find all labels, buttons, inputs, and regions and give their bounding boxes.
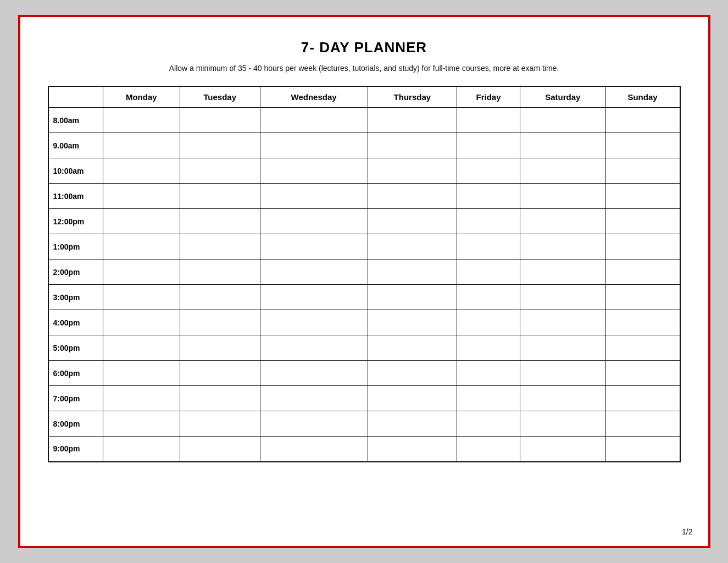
schedule-cell[interactable] bbox=[368, 209, 457, 234]
schedule-cell[interactable] bbox=[180, 386, 260, 411]
schedule-cell[interactable] bbox=[180, 209, 260, 234]
schedule-cell[interactable] bbox=[520, 158, 605, 184]
schedule-cell[interactable] bbox=[368, 310, 457, 335]
schedule-cell[interactable] bbox=[520, 209, 605, 234]
schedule-cell[interactable] bbox=[457, 108, 520, 133]
schedule-cell[interactable] bbox=[260, 335, 368, 361]
schedule-cell[interactable] bbox=[605, 133, 680, 158]
schedule-cell[interactable] bbox=[457, 133, 520, 158]
schedule-cell[interactable] bbox=[457, 158, 520, 184]
schedule-cell[interactable] bbox=[180, 361, 260, 386]
schedule-cell[interactable] bbox=[457, 386, 520, 411]
schedule-cell[interactable] bbox=[520, 285, 605, 310]
schedule-cell[interactable] bbox=[368, 184, 457, 209]
schedule-cell[interactable] bbox=[180, 133, 260, 158]
schedule-cell[interactable] bbox=[180, 158, 260, 184]
page-number: 1/2 bbox=[682, 527, 692, 536]
schedule-cell[interactable] bbox=[605, 310, 680, 335]
schedule-cell[interactable] bbox=[520, 411, 605, 437]
schedule-cell[interactable] bbox=[605, 108, 680, 133]
schedule-cell[interactable] bbox=[260, 234, 368, 260]
schedule-cell[interactable] bbox=[520, 133, 605, 158]
schedule-cell[interactable] bbox=[368, 133, 457, 158]
schedule-cell[interactable] bbox=[260, 285, 368, 310]
schedule-cell[interactable] bbox=[368, 108, 457, 133]
schedule-cell[interactable] bbox=[457, 335, 520, 361]
schedule-cell[interactable] bbox=[180, 184, 260, 209]
schedule-cell[interactable] bbox=[368, 411, 457, 437]
schedule-cell[interactable] bbox=[260, 158, 368, 184]
schedule-cell[interactable] bbox=[368, 285, 457, 310]
schedule-cell[interactable] bbox=[605, 361, 680, 386]
schedule-cell[interactable] bbox=[368, 158, 457, 184]
schedule-cell[interactable] bbox=[103, 437, 180, 462]
schedule-cell[interactable] bbox=[368, 335, 457, 361]
schedule-cell[interactable] bbox=[457, 361, 520, 386]
schedule-cell[interactable] bbox=[260, 133, 368, 158]
schedule-cell[interactable] bbox=[457, 184, 520, 209]
schedule-cell[interactable] bbox=[520, 234, 605, 260]
schedule-cell[interactable] bbox=[180, 411, 260, 437]
schedule-cell[interactable] bbox=[180, 437, 260, 462]
schedule-cell[interactable] bbox=[260, 108, 368, 133]
schedule-cell[interactable] bbox=[103, 361, 180, 386]
schedule-cell[interactable] bbox=[180, 260, 260, 285]
schedule-cell[interactable] bbox=[103, 335, 180, 361]
schedule-cell[interactable] bbox=[520, 335, 605, 361]
schedule-cell[interactable] bbox=[180, 285, 260, 310]
schedule-cell[interactable] bbox=[520, 386, 605, 411]
schedule-cell[interactable] bbox=[605, 411, 680, 437]
schedule-cell[interactable] bbox=[103, 133, 180, 158]
schedule-cell[interactable] bbox=[260, 437, 368, 462]
schedule-cell[interactable] bbox=[520, 310, 605, 335]
schedule-cell[interactable] bbox=[103, 260, 180, 285]
schedule-cell[interactable] bbox=[605, 260, 680, 285]
schedule-cell[interactable] bbox=[260, 411, 368, 437]
schedule-cell[interactable] bbox=[457, 310, 520, 335]
schedule-cell[interactable] bbox=[260, 310, 368, 335]
schedule-cell[interactable] bbox=[103, 158, 180, 184]
schedule-cell[interactable] bbox=[520, 361, 605, 386]
schedule-cell[interactable] bbox=[605, 209, 680, 234]
schedule-cell[interactable] bbox=[520, 108, 605, 133]
schedule-cell[interactable] bbox=[457, 285, 520, 310]
schedule-cell[interactable] bbox=[605, 386, 680, 411]
schedule-cell[interactable] bbox=[520, 184, 605, 209]
schedule-cell[interactable] bbox=[368, 386, 457, 411]
schedule-cell[interactable] bbox=[605, 335, 680, 361]
schedule-cell[interactable] bbox=[103, 285, 180, 310]
schedule-cell[interactable] bbox=[103, 386, 180, 411]
schedule-cell[interactable] bbox=[457, 411, 520, 437]
schedule-cell[interactable] bbox=[260, 184, 368, 209]
schedule-cell[interactable] bbox=[605, 158, 680, 184]
schedule-cell[interactable] bbox=[103, 108, 180, 133]
schedule-cell[interactable] bbox=[368, 437, 457, 462]
schedule-cell[interactable] bbox=[103, 310, 180, 335]
schedule-cell[interactable] bbox=[520, 260, 605, 285]
schedule-cell[interactable] bbox=[180, 310, 260, 335]
schedule-cell[interactable] bbox=[260, 260, 368, 285]
schedule-cell[interactable] bbox=[260, 361, 368, 386]
schedule-cell[interactable] bbox=[457, 234, 520, 260]
schedule-cell[interactable] bbox=[180, 108, 260, 133]
schedule-cell[interactable] bbox=[368, 260, 457, 285]
schedule-cell[interactable] bbox=[368, 234, 457, 260]
schedule-cell[interactable] bbox=[605, 234, 680, 260]
schedule-cell[interactable] bbox=[260, 209, 368, 234]
schedule-cell[interactable] bbox=[103, 411, 180, 437]
schedule-cell[interactable] bbox=[605, 184, 680, 209]
schedule-cell[interactable] bbox=[180, 234, 260, 260]
schedule-cell[interactable] bbox=[457, 260, 520, 285]
schedule-cell[interactable] bbox=[605, 437, 680, 462]
schedule-cell[interactable] bbox=[260, 386, 368, 411]
schedule-cell[interactable] bbox=[103, 209, 180, 234]
table-row: 10:00am bbox=[48, 158, 680, 184]
schedule-cell[interactable] bbox=[520, 437, 605, 462]
schedule-cell[interactable] bbox=[368, 361, 457, 386]
schedule-cell[interactable] bbox=[457, 437, 520, 462]
schedule-cell[interactable] bbox=[180, 335, 260, 361]
schedule-cell[interactable] bbox=[605, 285, 680, 310]
schedule-cell[interactable] bbox=[457, 209, 520, 234]
schedule-cell[interactable] bbox=[103, 234, 180, 260]
schedule-cell[interactable] bbox=[103, 184, 180, 209]
